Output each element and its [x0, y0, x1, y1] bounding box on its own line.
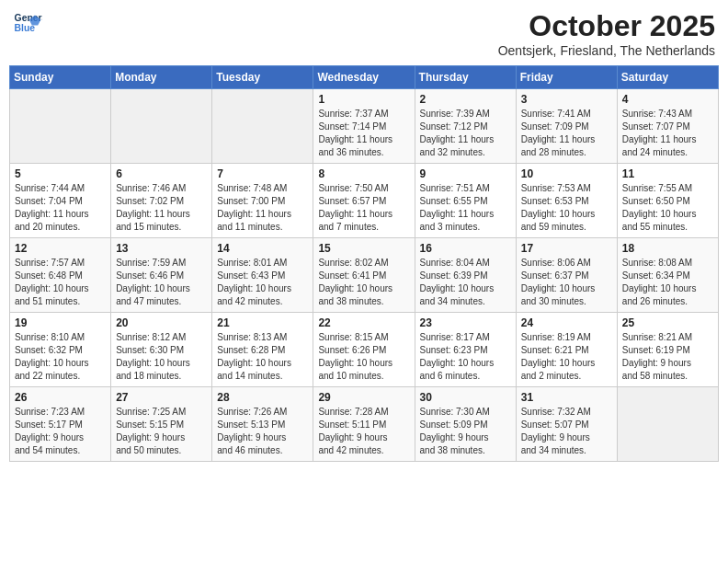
day-number: 23	[420, 316, 511, 329]
logo-icon: General Blue	[13, 9, 42, 39]
day-number: 19	[15, 316, 106, 329]
day-info: Sunrise: 7:44 AM Sunset: 7:04 PM Dayligh…	[15, 182, 106, 234]
day-header-saturday: Saturday	[617, 66, 718, 89]
day-info: Sunrise: 8:06 AM Sunset: 6:37 PM Dayligh…	[521, 257, 612, 308]
calendar-cell: 27Sunrise: 7:25 AM Sunset: 5:15 PM Dayli…	[111, 387, 212, 462]
calendar-cell: 11Sunrise: 7:55 AM Sunset: 6:50 PM Dayli…	[617, 164, 718, 238]
day-info: Sunrise: 8:15 AM Sunset: 6:26 PM Dayligh…	[318, 331, 409, 383]
day-number: 28	[217, 391, 308, 404]
day-info: Sunrise: 8:19 AM Sunset: 6:21 PM Dayligh…	[521, 331, 612, 383]
calendar-cell: 26Sunrise: 7:23 AM Sunset: 5:17 PM Dayli…	[10, 387, 111, 462]
day-number: 21	[217, 316, 308, 329]
day-header-friday: Friday	[516, 66, 617, 89]
calendar-cell	[617, 387, 718, 462]
calendar-table: SundayMondayTuesdayWednesdayThursdayFrid…	[9, 65, 719, 462]
day-info: Sunrise: 7:28 AM Sunset: 5:11 PM Dayligh…	[318, 406, 409, 457]
calendar-cell: 31Sunrise: 7:32 AM Sunset: 5:07 PM Dayli…	[516, 387, 617, 462]
calendar-cell: 20Sunrise: 8:12 AM Sunset: 6:30 PM Dayli…	[111, 313, 212, 387]
day-info: Sunrise: 7:41 AM Sunset: 7:09 PM Dayligh…	[521, 108, 612, 159]
day-header-monday: Monday	[111, 66, 212, 89]
day-info: Sunrise: 7:26 AM Sunset: 5:13 PM Dayligh…	[217, 406, 308, 457]
day-info: Sunrise: 7:55 AM Sunset: 6:50 PM Dayligh…	[622, 182, 713, 234]
calendar-cell: 2Sunrise: 7:39 AM Sunset: 7:12 PM Daylig…	[415, 89, 516, 164]
day-number: 12	[15, 242, 106, 255]
calendar-cell: 15Sunrise: 8:02 AM Sunset: 6:41 PM Dayli…	[313, 238, 415, 313]
day-number: 9	[420, 167, 511, 180]
day-info: Sunrise: 7:50 AM Sunset: 6:57 PM Dayligh…	[318, 182, 409, 234]
day-number: 4	[622, 93, 713, 106]
day-info: Sunrise: 7:51 AM Sunset: 6:55 PM Dayligh…	[420, 182, 511, 234]
calendar-cell: 7Sunrise: 7:48 AM Sunset: 7:00 PM Daylig…	[212, 164, 313, 238]
calendar-cell: 21Sunrise: 8:13 AM Sunset: 6:28 PM Dayli…	[212, 313, 313, 387]
day-info: Sunrise: 7:39 AM Sunset: 7:12 PM Dayligh…	[420, 108, 511, 159]
day-number: 5	[15, 167, 106, 180]
calendar-cell: 22Sunrise: 8:15 AM Sunset: 6:26 PM Dayli…	[313, 313, 415, 387]
day-number: 13	[116, 242, 207, 255]
day-number: 20	[116, 316, 207, 329]
day-number: 27	[116, 391, 207, 404]
month-title: October 2025	[498, 9, 715, 43]
calendar-cell: 1Sunrise: 7:37 AM Sunset: 7:14 PM Daylig…	[313, 89, 415, 164]
day-info: Sunrise: 8:04 AM Sunset: 6:39 PM Dayligh…	[420, 257, 511, 308]
day-info: Sunrise: 8:01 AM Sunset: 6:43 PM Dayligh…	[217, 257, 308, 308]
calendar-cell: 29Sunrise: 7:28 AM Sunset: 5:11 PM Dayli…	[313, 387, 415, 462]
day-number: 14	[217, 242, 308, 255]
calendar-cell: 25Sunrise: 8:21 AM Sunset: 6:19 PM Dayli…	[617, 313, 718, 387]
calendar-cell: 5Sunrise: 7:44 AM Sunset: 7:04 PM Daylig…	[10, 164, 111, 238]
calendar-cell: 9Sunrise: 7:51 AM Sunset: 6:55 PM Daylig…	[415, 164, 516, 238]
day-header-sunday: Sunday	[10, 66, 111, 89]
day-info: Sunrise: 7:30 AM Sunset: 5:09 PM Dayligh…	[420, 406, 511, 457]
day-number: 29	[318, 391, 409, 404]
calendar-cell: 19Sunrise: 8:10 AM Sunset: 6:32 PM Dayli…	[10, 313, 111, 387]
day-number: 24	[521, 316, 612, 329]
calendar-cell: 18Sunrise: 8:08 AM Sunset: 6:34 PM Dayli…	[617, 238, 718, 313]
day-number: 8	[318, 167, 409, 180]
day-number: 17	[521, 242, 612, 255]
day-info: Sunrise: 7:43 AM Sunset: 7:07 PM Dayligh…	[622, 108, 713, 159]
day-number: 2	[420, 93, 511, 106]
calendar-cell: 6Sunrise: 7:46 AM Sunset: 7:02 PM Daylig…	[111, 164, 212, 238]
day-number: 3	[521, 93, 612, 106]
day-number: 18	[622, 242, 713, 255]
day-info: Sunrise: 7:25 AM Sunset: 5:15 PM Dayligh…	[116, 406, 207, 457]
calendar-cell: 10Sunrise: 7:53 AM Sunset: 6:53 PM Dayli…	[516, 164, 617, 238]
week-row-4: 19Sunrise: 8:10 AM Sunset: 6:32 PM Dayli…	[10, 313, 719, 387]
calendar-cell: 14Sunrise: 8:01 AM Sunset: 6:43 PM Dayli…	[212, 238, 313, 313]
day-number: 15	[318, 242, 409, 255]
day-info: Sunrise: 7:57 AM Sunset: 6:48 PM Dayligh…	[15, 257, 106, 308]
day-number: 31	[521, 391, 612, 404]
week-row-1: 1Sunrise: 7:37 AM Sunset: 7:14 PM Daylig…	[10, 89, 719, 164]
day-info: Sunrise: 7:32 AM Sunset: 5:07 PM Dayligh…	[521, 406, 612, 457]
calendar-cell: 13Sunrise: 7:59 AM Sunset: 6:46 PM Dayli…	[111, 238, 212, 313]
day-header-wednesday: Wednesday	[313, 66, 415, 89]
calendar-cell: 4Sunrise: 7:43 AM Sunset: 7:07 PM Daylig…	[617, 89, 718, 164]
day-number: 26	[15, 391, 106, 404]
calendar-cell: 30Sunrise: 7:30 AM Sunset: 5:09 PM Dayli…	[415, 387, 516, 462]
day-header-thursday: Thursday	[415, 66, 516, 89]
day-info: Sunrise: 7:48 AM Sunset: 7:00 PM Dayligh…	[217, 182, 308, 234]
calendar-cell: 24Sunrise: 8:19 AM Sunset: 6:21 PM Dayli…	[516, 313, 617, 387]
day-number: 30	[420, 391, 511, 404]
day-number: 22	[318, 316, 409, 329]
calendar-cell: 3Sunrise: 7:41 AM Sunset: 7:09 PM Daylig…	[516, 89, 617, 164]
days-header-row: SundayMondayTuesdayWednesdayThursdayFrid…	[10, 66, 719, 89]
day-number: 25	[622, 316, 713, 329]
calendar-cell: 8Sunrise: 7:50 AM Sunset: 6:57 PM Daylig…	[313, 164, 415, 238]
day-info: Sunrise: 8:08 AM Sunset: 6:34 PM Dayligh…	[622, 257, 713, 308]
day-info: Sunrise: 8:13 AM Sunset: 6:28 PM Dayligh…	[217, 331, 308, 383]
week-row-3: 12Sunrise: 7:57 AM Sunset: 6:48 PM Dayli…	[10, 238, 719, 313]
day-info: Sunrise: 8:17 AM Sunset: 6:23 PM Dayligh…	[420, 331, 511, 383]
day-info: Sunrise: 8:10 AM Sunset: 6:32 PM Dayligh…	[15, 331, 106, 383]
day-info: Sunrise: 7:59 AM Sunset: 6:46 PM Dayligh…	[116, 257, 207, 308]
calendar-cell: 28Sunrise: 7:26 AM Sunset: 5:13 PM Dayli…	[212, 387, 313, 462]
calendar-cell: 23Sunrise: 8:17 AM Sunset: 6:23 PM Dayli…	[415, 313, 516, 387]
day-info: Sunrise: 7:53 AM Sunset: 6:53 PM Dayligh…	[521, 182, 612, 234]
day-number: 6	[116, 167, 207, 180]
day-number: 1	[318, 93, 409, 106]
week-row-5: 26Sunrise: 7:23 AM Sunset: 5:17 PM Dayli…	[10, 387, 719, 462]
week-row-2: 5Sunrise: 7:44 AM Sunset: 7:04 PM Daylig…	[10, 164, 719, 238]
calendar-cell	[111, 89, 212, 164]
day-number: 10	[521, 167, 612, 180]
calendar-cell: 17Sunrise: 8:06 AM Sunset: 6:37 PM Dayli…	[516, 238, 617, 313]
day-info: Sunrise: 7:46 AM Sunset: 7:02 PM Dayligh…	[116, 182, 207, 234]
